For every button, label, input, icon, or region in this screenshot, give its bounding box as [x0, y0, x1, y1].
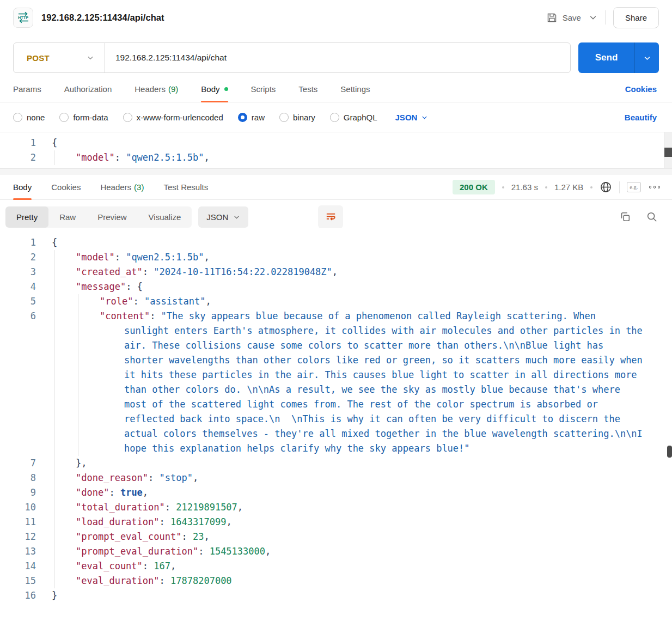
code-line: 11"load_duration": 1643317099,: [0, 515, 672, 529]
code-line[interactable]: 1{: [0, 136, 672, 150]
line-number: 4: [0, 279, 36, 294]
request-tab-tests[interactable]: Tests: [298, 76, 317, 102]
cookies-link[interactable]: Cookies: [625, 84, 657, 94]
code-line: 14"eval_count": 167,: [0, 559, 672, 574]
copy-response-button[interactable]: [619, 211, 631, 223]
json-token: :: [133, 296, 144, 307]
json-token: {: [52, 237, 57, 248]
header-divider: [605, 10, 606, 25]
format-tab-pretty[interactable]: Pretty: [5, 206, 48, 228]
json-token: 17878207000: [170, 575, 232, 586]
request-editor-scrollbar[interactable]: [664, 132, 672, 168]
format-tab-preview[interactable]: Preview: [87, 206, 137, 228]
send-label[interactable]: Send: [578, 42, 634, 73]
format-tab-visualize[interactable]: Visualize: [138, 206, 192, 228]
response-scrollbar-handle[interactable]: [667, 446, 672, 458]
save-options-chevron[interactable]: [589, 13, 597, 22]
line-number: 7: [0, 456, 36, 471]
method-label: POST: [27, 53, 50, 63]
response-tab-body[interactable]: Body: [13, 175, 32, 200]
code-text: "load_duration": 1643317099,: [52, 515, 672, 529]
code-line: 12"prompt_eval_count": 23,: [0, 529, 672, 544]
response-format-dropdown[interactable]: JSON: [198, 206, 248, 228]
code-line: 3"created_at": "2024-10-11T16:54:22.0228…: [0, 265, 672, 279]
radio-label: x-www-form-urlencoded: [137, 113, 223, 122]
send-button[interactable]: Send: [578, 42, 659, 73]
code-line: 2"model": "qwen2.5:1.5b",: [0, 250, 672, 265]
body-type-form-data[interactable]: form-data: [59, 113, 108, 122]
body-type-row: noneform-datax-www-form-urlencodedrawbin…: [0, 102, 672, 132]
radio-icon: [279, 113, 289, 122]
json-token: "eval_count": [76, 561, 143, 571]
network-globe-icon[interactable]: [600, 181, 612, 193]
format-tab-raw[interactable]: Raw: [48, 206, 87, 228]
url-box: POST 192.168.2.125:11434/api/chat: [13, 42, 571, 73]
request-tab-body[interactable]: Body: [201, 76, 228, 102]
json-token: ,: [204, 252, 209, 263]
status-badge[interactable]: 200 OK: [453, 180, 495, 194]
response-tab-test-results[interactable]: Test Results: [163, 175, 208, 200]
body-format-label: JSON: [395, 113, 418, 122]
body-type-binary[interactable]: binary: [279, 113, 315, 122]
json-token: ,: [265, 546, 271, 557]
response-tab-headers[interactable]: Headers(3): [100, 175, 144, 200]
response-time: 21.63 s: [511, 182, 538, 192]
share-button[interactable]: Share: [613, 7, 659, 28]
code-line: 1{: [0, 235, 672, 250]
json-token: "prompt_eval_count": [76, 531, 181, 542]
response-tabs-row: BodyCookiesHeaders(3)Test Results 200 OK…: [0, 175, 672, 200]
json-token: : {: [126, 281, 143, 292]
scrollbar-handle[interactable]: [664, 148, 672, 157]
more-options-icon[interactable]: [648, 184, 662, 191]
body-type-x-www-form-urlencoded[interactable]: x-www-form-urlencoded: [123, 113, 223, 122]
json-token: ,: [170, 561, 176, 571]
request-tab-scripts[interactable]: Scripts: [251, 76, 276, 102]
meta-separator-dot: [545, 186, 547, 188]
line-number: 6: [0, 309, 36, 456]
radio-icon: [123, 113, 132, 122]
request-body-editor[interactable]: 1{2"model": "qwen2.5:1.5b",: [0, 132, 672, 168]
json-token: "load_duration": [76, 516, 160, 527]
save-button[interactable]: Save: [546, 12, 581, 23]
code-text: "message": {: [52, 279, 672, 294]
body-type-none[interactable]: none: [13, 113, 45, 122]
request-tab-authorization[interactable]: Authorization: [64, 76, 112, 102]
json-token: ,: [332, 266, 338, 277]
json-token: "qwen2.5:1.5b": [126, 152, 204, 163]
method-selector[interactable]: POST: [14, 43, 104, 72]
json-token: "The sky appears blue because of a pheno…: [124, 311, 648, 454]
json-token: ,: [226, 516, 231, 527]
url-input[interactable]: 192.168.2.125:11434/api/chat: [105, 53, 570, 63]
wrap-text-button[interactable]: [318, 205, 343, 228]
body-type-graphql[interactable]: GraphQL: [330, 113, 377, 122]
response-format-label: JSON: [206, 212, 228, 222]
json-token: :: [143, 266, 154, 277]
code-line[interactable]: 2"model": "qwen2.5:1.5b",: [0, 150, 672, 165]
request-tab-params[interactable]: Params: [13, 76, 41, 102]
meta-separator-dot: [502, 186, 504, 188]
response-tab-cookies[interactable]: Cookies: [51, 175, 81, 200]
json-token: 1545133000: [210, 546, 265, 557]
json-token: "done_reason": [76, 472, 148, 483]
tab-label: Body: [13, 182, 32, 192]
request-tab-headers[interactable]: Headers(9): [135, 76, 178, 102]
radio-label: raw: [252, 113, 265, 122]
tab-label: Settings: [340, 84, 370, 94]
radio-icon: [13, 113, 22, 122]
send-options-chevron[interactable]: [635, 42, 659, 73]
body-type-raw[interactable]: raw: [238, 113, 265, 122]
meta-separator-dot: [590, 186, 592, 188]
code-text: {: [52, 235, 672, 250]
line-number: 9: [0, 485, 36, 500]
beautify-link[interactable]: Beautify: [625, 113, 657, 122]
request-tab-settings[interactable]: Settings: [340, 76, 370, 102]
json-token: ,: [193, 472, 198, 483]
code-line: 6"content": "The sky appears blue becaus…: [0, 309, 672, 456]
example-button[interactable]: e.g.: [627, 182, 640, 192]
search-response-button[interactable]: [646, 211, 658, 223]
request-header: HTTP 192.168.2.125:11434/api/chat Save S…: [0, 0, 672, 35]
pane-resize-handle[interactable]: [0, 168, 672, 175]
body-format-dropdown[interactable]: JSON: [395, 113, 429, 122]
line-number: 12: [0, 529, 36, 544]
radio-icon: [238, 113, 247, 122]
